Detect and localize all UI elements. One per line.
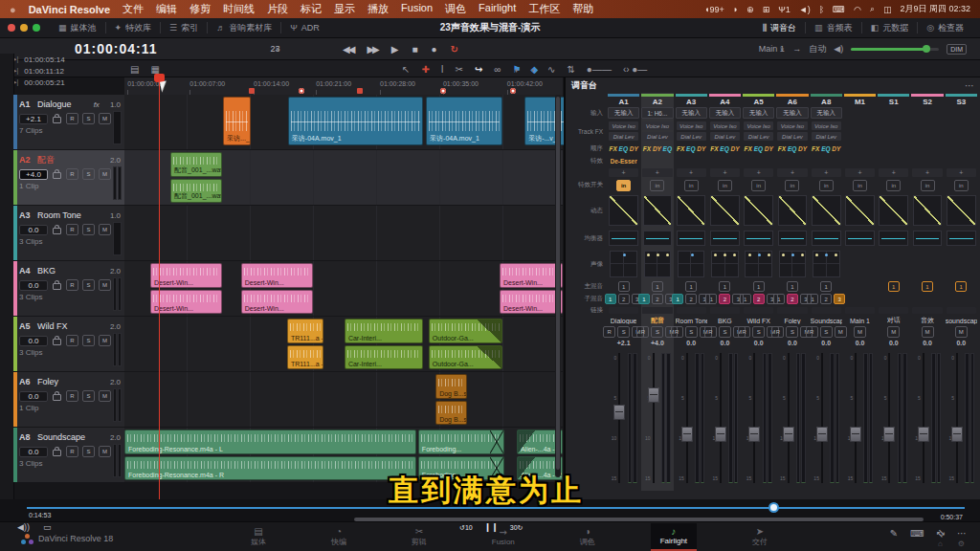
menubar-menu-0[interactable]: 文件 <box>122 2 144 16</box>
traffic-light-minimize[interactable] <box>20 24 28 32</box>
player-progress-handle[interactable] <box>768 502 779 513</box>
timeline-ruler[interactable]: 01:00:00:0001:00:07:0001:00:14:0001:00:2… <box>124 77 563 96</box>
trackfx-button[interactable]: Voice Iso <box>609 121 638 130</box>
pause-icon[interactable]: ❙❙ <box>484 522 499 532</box>
link-slot[interactable] <box>845 307 875 314</box>
sub-bus-assign[interactable]: 2 <box>652 294 663 304</box>
fader-handle[interactable] <box>883 427 895 442</box>
timeline-marker[interactable] <box>249 88 255 94</box>
keyboard-icon[interactable]: ⌨ <box>833 5 845 14</box>
dynamics-graph[interactable] <box>643 195 673 226</box>
menubar-menu-8[interactable]: Fusion <box>401 2 433 16</box>
track-lane-A1[interactable]: 采访..._1采访-04A.mov_1采访-04A.mov_1采访-...v_1 <box>124 95 563 149</box>
traffic-light-close[interactable] <box>8 24 15 32</box>
eq-graph[interactable] <box>609 231 638 246</box>
dynamics-graph[interactable] <box>845 195 875 226</box>
menubar-menu-11[interactable]: 工作区 <box>528 2 560 16</box>
trackfx-button[interactable]: Dial Lev <box>812 132 841 141</box>
loop-button[interactable]: ↻ <box>451 44 458 55</box>
channel-r-button[interactable]: R <box>603 326 615 338</box>
link-slot[interactable] <box>677 307 706 314</box>
rewind-10-icon[interactable]: ↺10 <box>459 522 473 532</box>
add-effect-button[interactable]: + <box>744 168 773 177</box>
eq-graph[interactable] <box>845 231 875 246</box>
channel-s-button[interactable]: S <box>786 326 798 338</box>
sub-bus-assign[interactable]: 1 <box>638 294 650 304</box>
sub-bus-assign[interactable]: 1 <box>672 294 683 304</box>
track-header-A1[interactable]: A1Dialoguefx1.0+2.1RSM7 Clips <box>13 95 124 149</box>
appbar-button-元数据[interactable]: ◧元数据 <box>862 22 918 34</box>
sub-bus-assign[interactable]: 2 <box>787 294 798 304</box>
link-slot[interactable] <box>777 307 807 314</box>
lock-icon[interactable] <box>53 228 61 234</box>
channel-r-button[interactable]: R <box>771 326 784 338</box>
fader-handle[interactable] <box>613 405 625 420</box>
track-m-button[interactable]: M <box>99 390 111 402</box>
track-lane-A5[interactable]: TR111...a - LTR111...a - RCar-Interi...C… <box>124 317 563 371</box>
menubar-menu-1[interactable]: 编辑 <box>156 2 177 16</box>
main-bus-assign[interactable]: 1 <box>685 281 697 292</box>
link-icon[interactable]: ∞ <box>494 64 501 75</box>
fader-handle[interactable] <box>816 427 828 442</box>
track-height-icon[interactable]: ⇅ <box>567 64 574 75</box>
track-lane-A4[interactable]: Desert-Win...Desert-Win...Desert-Win...D… <box>124 261 563 316</box>
channel-order[interactable]: FX EQ DY <box>778 145 807 152</box>
eq-graph[interactable] <box>778 231 808 246</box>
channel-s-button[interactable]: S <box>651 326 663 338</box>
audio-clip[interactable]: Dog B...s - R <box>435 401 467 426</box>
channel-fader[interactable]: 051015 <box>946 347 977 491</box>
trackfx-button[interactable]: Dial Lev <box>777 132 807 141</box>
channel-order[interactable]: FX DY EQ <box>643 145 672 152</box>
overlay-chat-icon[interactable]: ▭ <box>43 522 52 532</box>
dynamics-graph[interactable] <box>778 195 808 226</box>
track-header-A6[interactable]: A6Foley2.00.0RSM1 Clip <box>13 372 124 427</box>
effect-in-button[interactable]: in <box>819 180 834 191</box>
audio-clip[interactable]: Dog B...s - L <box>435 374 467 399</box>
chat-badge-icon[interactable]: ◖99+ <box>704 5 724 14</box>
link-slot[interactable] <box>642 307 672 314</box>
volume-icon[interactable]: ◄) <box>799 5 811 14</box>
pencil-icon[interactable]: ✎ <box>890 528 898 539</box>
dynamics-graph[interactable] <box>677 195 706 226</box>
channel-fader[interactable]: 051015 <box>811 347 842 491</box>
main-bus-assign[interactable]: 1 <box>888 281 900 292</box>
channel-r-button[interactable]: R <box>738 326 750 338</box>
channel-s-button[interactable]: S <box>617 326 630 338</box>
track-r-button[interactable]: R <box>66 168 78 180</box>
eq-graph[interactable] <box>812 231 841 246</box>
lock-icon[interactable] <box>53 450 61 456</box>
audio-clip[interactable]: Car-Interi... <box>345 319 423 343</box>
scissors-icon[interactable]: ✂ <box>456 64 463 75</box>
more-icon[interactable]: ⋯ <box>957 528 967 539</box>
sub-bus-assign[interactable]: 1 <box>740 294 751 304</box>
main-bus-assign[interactable]: 1 <box>719 281 730 292</box>
channel-fader[interactable]: 051015 <box>776 347 808 491</box>
timeline-marker[interactable] <box>510 88 516 94</box>
marker-list-item[interactable]: ▸|01:00:05:14 <box>13 54 122 65</box>
audio-clip[interactable]: Desert-Win... <box>150 263 222 288</box>
channel-fader[interactable]: 051015 <box>676 347 707 491</box>
automation-button[interactable]: 自动 <box>809 43 826 55</box>
track-s-button[interactable]: S <box>82 335 95 346</box>
playhead[interactable] <box>159 77 160 499</box>
effect-in-button[interactable]: in <box>616 180 631 191</box>
effect-in-button[interactable]: in <box>718 180 732 191</box>
menubar-app-name[interactable]: DaVinci Resolve <box>29 4 110 15</box>
framerate-dropdown[interactable]: 23 ▼ <box>271 44 280 54</box>
trackfx-button[interactable]: Dial Lev <box>744 132 773 141</box>
sub-bus-assign[interactable]: 2 <box>719 294 730 304</box>
mic-badge-icon[interactable]: Ψ1 <box>778 5 791 14</box>
channel-fader[interactable]: 051015 <box>844 347 876 491</box>
pan-control[interactable] <box>610 251 637 277</box>
trackfx-button[interactable]: Dial Lev <box>677 132 706 141</box>
track-s-button[interactable]: S <box>82 113 95 124</box>
track-r-button[interactable]: R <box>66 113 78 124</box>
record-button[interactable]: ● <box>432 44 437 55</box>
nav-page-媒体[interactable]: ▤媒体 <box>241 523 276 551</box>
main-bus-assign[interactable]: 1 <box>618 281 630 292</box>
zoom-v-slider[interactable]: ●—— <box>587 64 612 75</box>
track-header-A5[interactable]: A5Wild FX2.00.0RSM3 Clips <box>13 317 124 371</box>
dynamics-graph[interactable] <box>913 195 943 226</box>
audio-clip[interactable]: Outdoor-Ga... <box>429 319 502 343</box>
track-lane-A6[interactable]: Dog B...s - LDog B...s - R <box>124 372 563 427</box>
